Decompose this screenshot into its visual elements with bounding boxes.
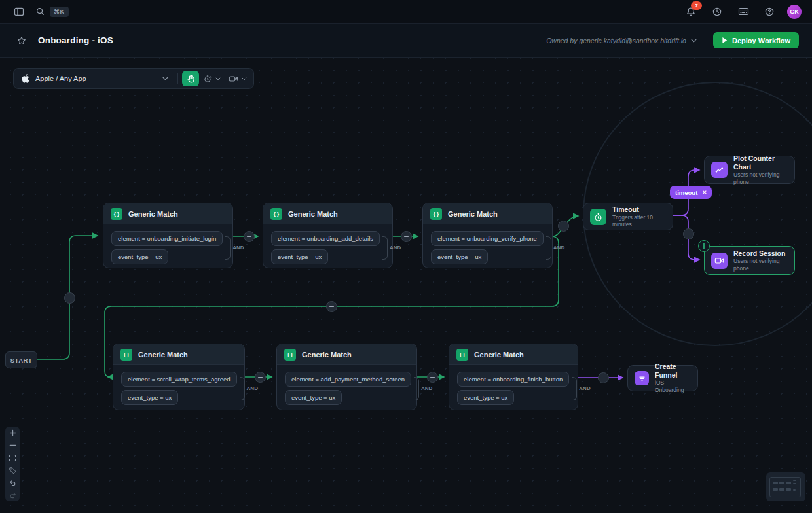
and-group: AND: [546, 236, 564, 260]
topbar: ⌘K 7 GK: [0, 0, 812, 24]
search-button[interactable]: ⌘K: [34, 3, 70, 20]
node-subtitle: Users not verifying phone: [733, 171, 788, 186]
timeout-node[interactable]: Timeout Triggers after 10 minutes: [583, 203, 673, 230]
generic-match-node-2[interactable]: { } Generic Match element = onboarding_a…: [263, 203, 393, 268]
zoom-in-button[interactable]: [5, 427, 20, 439]
canvas-toolbar: Apple / Any App: [13, 68, 254, 89]
condition-pill[interactable]: event_type = ux: [111, 249, 168, 264]
and-label: AND: [232, 245, 244, 251]
help-button[interactable]: [761, 3, 778, 20]
edge-connector-button[interactable]: [558, 221, 569, 232]
generic-match-node-6[interactable]: { } Generic Match element = onboarding_f…: [449, 344, 578, 410]
keyboard-icon: [738, 7, 749, 16]
plot-counter-chart-node[interactable]: Plot Counter Chart Users not verifying p…: [704, 156, 795, 184]
notifications-button[interactable]: 7: [682, 3, 699, 20]
condition-pill[interactable]: element = onboarding_finish_button: [457, 372, 569, 387]
node-header: { } Generic Match: [449, 344, 578, 365]
create-funnel-node[interactable]: Create Funnel iOS Onboarding: [627, 365, 698, 391]
hand-icon: [187, 75, 195, 83]
node-title: Generic Match: [128, 210, 178, 218]
stopwatch-icon: [590, 209, 606, 225]
condition-pill[interactable]: element = onboarding_add_details: [271, 231, 380, 246]
edge-tag-label: timeout: [675, 189, 697, 196]
condition-pill[interactable]: element = onboarding_verify_phone: [431, 231, 544, 246]
node-header: { } Generic Match: [423, 203, 552, 224]
redo-button[interactable]: [5, 489, 20, 501]
shortcuts-button[interactable]: [735, 3, 752, 20]
minus-icon: [9, 442, 16, 449]
and-bracket: [414, 377, 419, 400]
timeout-edge-tag[interactable]: timeout ✕: [670, 186, 712, 199]
page-title: Onboarding - iOS: [38, 35, 113, 45]
edge-connector-button[interactable]: [427, 372, 438, 383]
tag-button[interactable]: [5, 464, 20, 476]
record-tool-button[interactable]: [225, 71, 251, 86]
notification-count-badge: 7: [691, 1, 702, 10]
node-title: Generic Match: [138, 351, 188, 359]
and-bracket: [546, 236, 551, 260]
edge-connector-button[interactable]: [598, 372, 609, 383]
generic-match-node-5[interactable]: { } Generic Match element = add_payment_…: [276, 344, 417, 410]
condition-pill[interactable]: element = scroll_wrap_terms_agreed: [121, 372, 237, 387]
edge-connector-button[interactable]: [255, 372, 266, 383]
start-node[interactable]: START: [5, 351, 37, 368]
edge-connector-button[interactable]: [64, 292, 75, 304]
sidebar-icon: [14, 7, 24, 17]
redo-icon: [9, 491, 17, 499]
condition-pill[interactable]: element = onboarding_initiate_login: [111, 231, 223, 246]
fit-view-icon: [9, 454, 16, 462]
and-label: AND: [553, 245, 564, 251]
fit-view-button[interactable]: [5, 451, 20, 464]
node-title: Generic Match: [474, 351, 524, 359]
and-label: AND: [390, 245, 401, 251]
condition-pill[interactable]: event_type = ux: [271, 249, 328, 264]
history-button[interactable]: [709, 3, 726, 20]
chevron-down-icon: [215, 77, 221, 80]
node-header: { } Generic Match: [113, 344, 244, 365]
zoom-out-button[interactable]: [5, 439, 20, 451]
braces-icon: { }: [120, 349, 132, 361]
record-session-node[interactable]: Record Session Users not verifying phone: [704, 246, 795, 275]
undo-button[interactable]: [5, 476, 20, 489]
condition-pill[interactable]: event_type = ux: [121, 390, 178, 405]
and-label: AND: [421, 385, 432, 391]
and-label: AND: [579, 385, 590, 391]
avatar[interactable]: GK: [787, 5, 802, 19]
braces-icon: { }: [270, 208, 282, 220]
workflow-canvas[interactable]: Apple / Any App START { } Ge: [0, 58, 812, 513]
app-selector-dropdown[interactable]: Apple / Any App: [16, 74, 174, 83]
owner-dropdown[interactable]: Owned by generic.katydid@sandbox.bitdrif…: [546, 37, 697, 44]
minimap[interactable]: [766, 472, 805, 501]
and-bracket: [572, 377, 577, 400]
node-subtitle: Users not verifying phone: [733, 258, 788, 272]
condition-pill[interactable]: event_type = ux: [431, 249, 488, 264]
condition-pill[interactable]: element = add_payment_method_screen: [285, 372, 411, 387]
plus-icon: [9, 429, 16, 436]
and-group: AND: [382, 236, 401, 260]
braces-icon: { }: [456, 349, 468, 361]
timer-tool-button[interactable]: [199, 71, 225, 86]
edge-connector-button[interactable]: [683, 228, 694, 239]
video-camera-icon: [711, 253, 728, 269]
edge-connector-button[interactable]: [326, 301, 337, 312]
edge-tag-close-icon[interactable]: ✕: [702, 189, 707, 196]
deploy-workflow-button[interactable]: Deploy Workflow: [713, 32, 799, 48]
generic-match-node-3[interactable]: { } Generic Match element = onboarding_v…: [422, 203, 553, 268]
favorite-button[interactable]: [13, 32, 30, 49]
chevron-down-icon: [242, 77, 247, 80]
apple-icon: [22, 74, 29, 83]
condition-pill[interactable]: event_type = ux: [285, 390, 342, 405]
node-menu-button[interactable]: [698, 240, 710, 252]
search-icon: [35, 7, 45, 16]
sidebar-toggle-button[interactable]: [10, 3, 28, 20]
condition-pill[interactable]: event_type = ux: [457, 390, 514, 405]
and-bracket: [382, 236, 388, 260]
edge-connector-button[interactable]: [244, 231, 255, 242]
stopwatch-icon: [203, 74, 212, 83]
generic-match-node-1[interactable]: { } Generic Match element = onboarding_i…: [103, 203, 233, 268]
node-header: { } Generic Match: [277, 344, 416, 365]
edge-connector-button[interactable]: [401, 231, 412, 242]
and-group: AND: [225, 236, 244, 260]
pan-tool-button[interactable]: [182, 71, 199, 86]
generic-match-node-4[interactable]: { } Generic Match element = scroll_wrap_…: [113, 344, 245, 410]
